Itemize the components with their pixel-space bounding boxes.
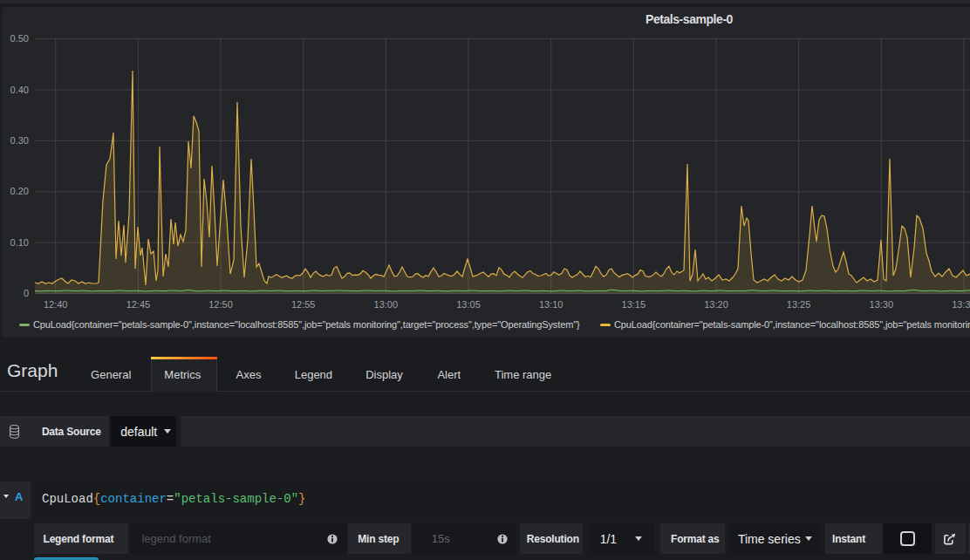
svg-text:13:25: 13:25 [787,299,811,310]
svg-text:13:15: 13:15 [622,299,646,310]
svg-text:13:35: 13:35 [952,299,970,310]
svg-text:12:55: 12:55 [291,299,316,310]
svg-text:0.10: 0.10 [10,237,29,248]
svg-text:12:50: 12:50 [208,299,233,310]
svg-text:0.20: 0.20 [10,186,29,196]
svg-text:0.30: 0.30 [10,135,29,146]
svg-text:0.40: 0.40 [10,85,29,95]
svg-text:0: 0 [24,288,29,298]
svg-text:12:45: 12:45 [126,299,151,310]
svg-text:12:40: 12:40 [44,299,68,310]
svg-text:13:05: 13:05 [456,299,481,310]
svg-text:13:30: 13:30 [870,299,894,310]
svg-text:13:00: 13:00 [374,299,399,310]
svg-text:13:20: 13:20 [704,299,728,310]
svg-text:0.50: 0.50 [10,33,29,44]
svg-text:13:10: 13:10 [539,299,564,310]
